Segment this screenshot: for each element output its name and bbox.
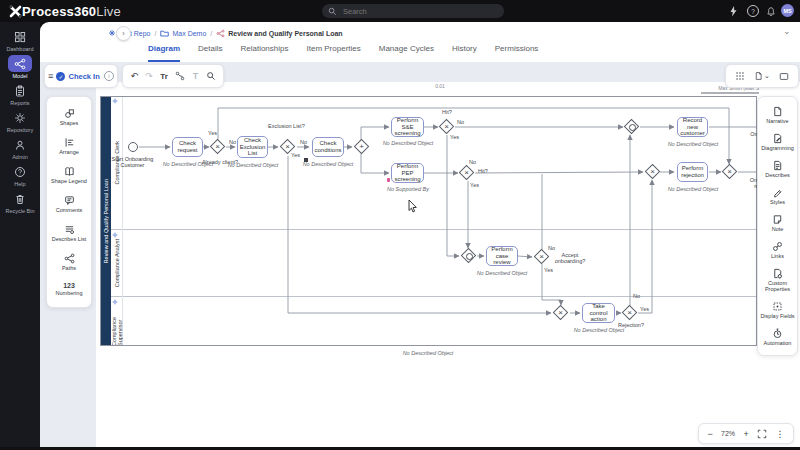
- lane-compliance-analyst[interactable]: [111, 230, 757, 297]
- sidebar-item-dashboard[interactable]: Dashboard: [0, 28, 40, 52]
- pool-header[interactable]: Review and Qualify Personal Loan: [100, 96, 111, 346]
- links-chain-icon: [772, 241, 783, 252]
- redo-button[interactable]: ↷: [145, 71, 153, 81]
- tool-note[interactable]: Note: [759, 214, 797, 232]
- check-in-button[interactable]: ✓ Check In: [56, 72, 100, 81]
- xor-icon: ×: [536, 251, 547, 262]
- tab-bar: Diagram Details Relationships Item Prope…: [148, 44, 538, 62]
- event-gateway-icon: [629, 124, 636, 131]
- sidebar-item-repository[interactable]: Repository: [0, 109, 40, 133]
- tool-numbering[interactable]: 123 Numbering: [50, 282, 88, 296]
- tool-styles[interactable]: Styles: [759, 187, 797, 205]
- tool-describes-list[interactable]: Describes List: [50, 224, 88, 242]
- task-perform-case-review[interactable]: Perform case review: [486, 246, 518, 266]
- fit-screen-icon[interactable]: [757, 429, 767, 439]
- search-input[interactable]: [341, 6, 475, 17]
- magnifier-icon: [206, 71, 216, 81]
- tab-history[interactable]: History: [452, 44, 477, 62]
- task-record-new-customer[interactable]: Record new customer: [677, 117, 708, 137]
- task-check-exclusion-list[interactable]: Check Exclusion List: [237, 136, 268, 158]
- tab-permissions[interactable]: Permissions: [495, 44, 539, 62]
- tab-manage-cycles[interactable]: Manage Cycles: [379, 44, 434, 62]
- xor-icon: ×: [441, 121, 452, 132]
- chevron-down-icon[interactable]: ⌄: [783, 26, 791, 36]
- task-perform-se-screening[interactable]: Perform S&E screening: [391, 117, 424, 137]
- task-perform-rejection[interactable]: Perform rejection: [677, 162, 708, 182]
- tool-paths[interactable]: Paths: [50, 253, 88, 271]
- lane-compliance-supervisor[interactable]: [111, 297, 757, 346]
- menu-hamburger-icon[interactable]: ≡: [48, 71, 53, 81]
- notifications-button[interactable]: [764, 4, 778, 18]
- check-circle-icon: ✓: [56, 72, 65, 81]
- tool-arrange[interactable]: Arrange: [50, 137, 88, 155]
- flow-label: Yes: [291, 152, 300, 158]
- task-take-control-action[interactable]: Take control action: [582, 303, 615, 323]
- info-icon[interactable]: i: [104, 71, 114, 81]
- tab-item-properties[interactable]: Item Properties: [307, 44, 361, 62]
- tab-details[interactable]: Details: [198, 44, 222, 62]
- undo-button[interactable]: ↶: [130, 71, 138, 81]
- diagram-version-label: 0.01: [420, 83, 460, 89]
- lane-describe-badge-icon: [112, 299, 118, 305]
- flow-label: No: [229, 139, 236, 145]
- task-check-conditions[interactable]: Check conditions: [312, 137, 344, 157]
- left-tools-panel: Shapes Arrange Shape Legend Comments Des…: [46, 96, 92, 308]
- breadcrumb-folder-link[interactable]: Max Demo: [172, 30, 206, 37]
- tool-describes[interactable]: Describes: [759, 160, 797, 178]
- zoom-control: − 72% + ⋮: [698, 423, 794, 444]
- zoom-out-button[interactable]: −: [707, 429, 712, 439]
- page-options-button[interactable]: ⌄: [754, 71, 770, 81]
- pool-note: No Described Object: [392, 350, 464, 356]
- sidebar-item-admin[interactable]: Admin: [0, 136, 40, 160]
- zoom-in-button[interactable]: +: [744, 429, 749, 439]
- tool-diagramming[interactable]: Diagramming: [759, 133, 797, 151]
- sidebar-item-reports[interactable]: Reports: [0, 82, 40, 106]
- describes-page-icon: [772, 160, 783, 171]
- tool-shape-legend[interactable]: Shape Legend: [50, 166, 88, 184]
- text-tool-button[interactable]: Tr: [160, 72, 168, 81]
- tool-links[interactable]: Links: [759, 241, 797, 259]
- tool-shapes[interactable]: Shapes: [50, 108, 88, 126]
- help-icon: ?: [747, 5, 759, 17]
- automation-timer-icon: [772, 328, 783, 339]
- flow-label: Exclusion List?: [268, 123, 310, 129]
- right-tools-panel: Narrative Diagramming Describes Styles N…: [757, 96, 798, 356]
- flow-label: Yes: [470, 182, 479, 188]
- connector-tool-button[interactable]: [175, 71, 185, 81]
- task-check-request[interactable]: Check request: [172, 137, 203, 157]
- comment-view-button[interactable]: [779, 72, 789, 81]
- tool-narrative[interactable]: Narrative: [759, 106, 797, 124]
- global-search[interactable]: [322, 4, 504, 18]
- tool-custom-properties[interactable]: Custom Properties: [759, 268, 797, 292]
- admin-user-icon: [14, 139, 26, 151]
- flow-label: Already client?: [200, 159, 240, 165]
- tool-comments[interactable]: Comments: [50, 195, 88, 213]
- flow-label: No: [457, 119, 464, 125]
- task-note: No Described Object: [661, 141, 725, 147]
- tab-relationships[interactable]: Relationships: [240, 44, 288, 62]
- user-avatar[interactable]: MS: [781, 4, 794, 17]
- task-note: No Described Object: [470, 270, 534, 276]
- task-perform-pep-screening[interactable]: Perform PEP screening: [391, 163, 424, 183]
- quick-actions-button[interactable]: [726, 4, 740, 18]
- help-circle-icon: [14, 166, 26, 178]
- more-options-kebab-icon[interactable]: ⋮: [776, 429, 785, 439]
- start-event[interactable]: [128, 142, 138, 152]
- tool-automation[interactable]: Automation: [759, 328, 797, 346]
- sidebar-item-help[interactable]: Help: [0, 163, 40, 187]
- highlight-path-button[interactable]: T: [193, 71, 199, 81]
- reports-clipboard-icon: [14, 85, 26, 97]
- tool-display-fields[interactable]: Display Fields: [759, 301, 797, 319]
- recycle-bin-trash-icon: [14, 193, 26, 205]
- collapse-panel-button[interactable]: ›: [116, 26, 131, 41]
- zoom-search-button[interactable]: [206, 71, 216, 81]
- tab-diagram[interactable]: Diagram: [148, 44, 180, 62]
- sidebar-item-recycle-bin[interactable]: Recycle Bin: [0, 190, 40, 214]
- warning-marker-icon: [387, 178, 390, 182]
- comments-bubble-icon: [64, 195, 75, 206]
- grid-view-button[interactable]: [735, 71, 745, 81]
- sidebar-item-model[interactable]: Model: [0, 55, 40, 79]
- help-button[interactable]: ?: [746, 4, 760, 18]
- parallel-icon: +: [356, 141, 367, 152]
- lane-describe-badge-icon: [112, 232, 118, 238]
